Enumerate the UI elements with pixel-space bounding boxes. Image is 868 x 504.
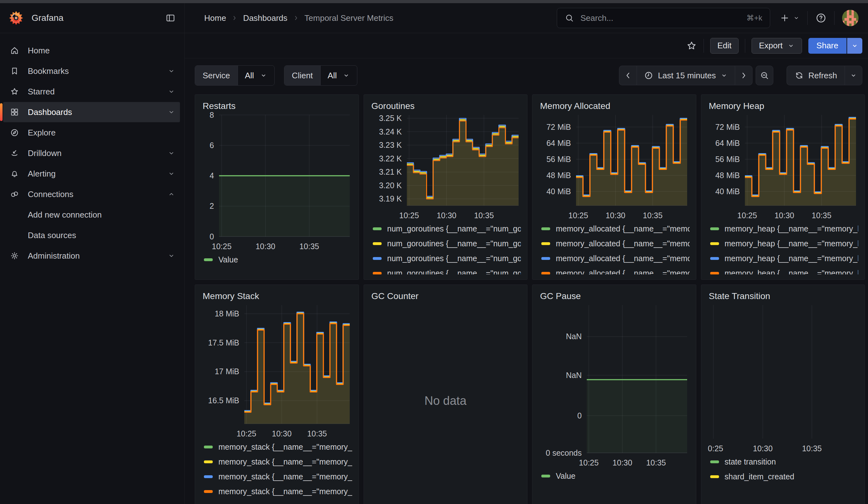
chart-memory_stack[interactable]: 18 MiB17.5 MiB17 MiB16.5 MiB10:2510:3010… — [202, 301, 352, 440]
panel-title-memory_stack[interactable]: Memory Stack — [203, 291, 352, 301]
zoom-out-button[interactable] — [756, 66, 773, 85]
panel-title-goroutines[interactable]: Goroutines — [372, 101, 521, 111]
window-chrome-strip — [0, 0, 868, 3]
legend-item[interactable]: memory_allocated {__name__="memo — [541, 266, 690, 275]
chevron-down-icon[interactable] — [167, 149, 175, 157]
sidebar-item-add-new-connection[interactable]: Add new connection — [3, 205, 180, 225]
sidebar-item-administration[interactable]: Administration — [3, 246, 180, 266]
legend-item[interactable]: num_goroutines {__name__="num_go — [373, 222, 521, 236]
svg-text:3.22 K: 3.22 K — [379, 154, 402, 163]
legend-item[interactable]: memory_heap {__name__="memory_h — [710, 236, 859, 251]
share-dropdown-button[interactable] — [847, 38, 862, 54]
chart-gc_pause[interactable]: NaNNaN00 seconds10:2510:3010:35 — [539, 301, 690, 469]
legend-item[interactable]: memory_allocated {__name__="memo — [541, 222, 690, 236]
legend-item[interactable]: Value — [204, 252, 352, 267]
client-filter[interactable]: Client All — [284, 65, 357, 85]
legend-item[interactable]: memory_heap {__name__="memory_h — [710, 266, 859, 275]
add-new-button[interactable] — [779, 13, 800, 23]
legend-item[interactable]: memory_allocated {__name__="memo — [541, 236, 690, 251]
legend-item[interactable]: num_goroutines {__name__="num_go — [373, 236, 521, 251]
sidebar-item-connections[interactable]: Connections — [3, 184, 180, 204]
time-forward-button[interactable] — [735, 66, 753, 85]
legend-item[interactable]: state transition — [710, 454, 859, 469]
panel-memory_heap: Memory Heap72 MiB64 MiB56 MiB48 MiB40 Mi… — [701, 94, 865, 280]
svg-text:10:25: 10:25 — [568, 211, 588, 220]
legend-item[interactable]: memory_allocated {__name__="memo — [541, 251, 690, 266]
svg-text:10:30: 10:30 — [436, 211, 456, 220]
sidebar-item-starred[interactable]: Starred — [3, 81, 180, 102]
user-avatar[interactable] — [842, 10, 859, 26]
chevron-down-icon[interactable] — [167, 252, 175, 260]
breadcrumb-dashboards[interactable]: Dashboards — [243, 13, 287, 23]
legend-item[interactable]: memory_heap {__name__="memory_h — [710, 222, 859, 236]
legend-item[interactable]: memory_stack {__name__="memory_s — [204, 484, 352, 499]
chart-memory_allocated[interactable]: 72 MiB64 MiB56 MiB48 MiB40 MiB10:2510:30… — [539, 111, 690, 222]
service-filter[interactable]: Service All — [195, 65, 275, 85]
time-range-picker[interactable]: Last 15 minutes — [637, 66, 735, 85]
client-filter-value[interactable]: All — [320, 66, 357, 85]
legend-item[interactable]: memory_heap {__name__="memory_h — [710, 251, 859, 266]
chart-goroutines[interactable]: 3.25 K3.24 K3.23 K3.22 K3.21 K3.20 K3.19… — [370, 111, 521, 222]
legend-item[interactable]: memory_stack {__name__="memory_s — [204, 454, 352, 469]
sidebar-item-label: Dashboards — [28, 107, 72, 117]
sidebar-item-data-sources[interactable]: Data sources — [3, 225, 180, 245]
refresh-interval-dropdown[interactable] — [845, 66, 862, 85]
sidebar-item-dashboards[interactable]: Dashboards — [3, 102, 180, 122]
service-filter-value[interactable]: All — [238, 66, 274, 85]
panel-title-state_transition[interactable]: State Transition — [709, 291, 859, 301]
search-box[interactable]: ⌘+k — [557, 8, 770, 28]
svg-text:3.24 K: 3.24 K — [379, 127, 402, 136]
legend-label: num_goroutines {__name__="num_go — [387, 239, 521, 248]
sidebar-item-label: Alerting — [28, 169, 55, 179]
legend-item[interactable]: memory_stack {__name__="memory_s — [204, 469, 352, 484]
chart-restarts[interactable]: 8642010:2510:3010:35 — [202, 111, 352, 252]
breadcrumb-home[interactable]: Home — [204, 13, 226, 23]
legend-color-green — [710, 227, 719, 230]
chevron-down-icon[interactable] — [167, 169, 175, 178]
panel-title-memory_heap[interactable]: Memory Heap — [709, 101, 859, 111]
search-input[interactable] — [580, 13, 746, 23]
chevron-down-icon[interactable] — [167, 108, 175, 116]
sidebar-item-alerting[interactable]: Alerting — [3, 164, 180, 184]
sidebar-toggle-icon[interactable] — [165, 13, 175, 23]
legend-item[interactable]: Value — [541, 469, 690, 483]
svg-text:10:25: 10:25 — [399, 211, 419, 220]
panel-title-memory_allocated[interactable]: Memory Allocated — [540, 101, 690, 111]
panel-title-restarts[interactable]: Restarts — [203, 101, 352, 111]
legend: Value — [202, 252, 352, 275]
sidebar-item-label: Data sources — [28, 230, 76, 240]
chevron-down-icon[interactable] — [167, 67, 175, 75]
svg-text:10:25: 10:25 — [236, 429, 256, 438]
sidebar-item-bookmarks[interactable]: Bookmarks — [3, 61, 180, 81]
share-button[interactable]: Share — [808, 38, 847, 54]
refresh-button[interactable]: Refresh — [787, 66, 845, 85]
grafana-logo-icon[interactable] — [9, 11, 23, 25]
legend: state transitionshard_item_created — [707, 454, 859, 500]
legend-item[interactable]: num_goroutines {__name__="num_go — [373, 251, 521, 266]
chevron-up-icon[interactable] — [167, 190, 175, 198]
help-icon[interactable] — [815, 12, 827, 24]
legend-item[interactable]: memory_stack {__name__="memory_s — [204, 440, 352, 454]
legend-label: state transition — [725, 457, 776, 466]
chevron-down-icon[interactable] — [167, 88, 175, 96]
chart-memory_heap[interactable]: 72 MiB64 MiB56 MiB48 MiB40 MiB10:2510:30… — [707, 111, 859, 222]
legend-item[interactable]: num_goroutines {__name__="num_go — [373, 266, 521, 275]
panel-gc_counter: GC CounterNo data — [364, 285, 528, 504]
legend-color-yellow — [710, 242, 719, 245]
edit-button[interactable]: Edit — [710, 38, 739, 54]
export-button[interactable]: Export — [752, 38, 802, 54]
panel-title-gc_pause[interactable]: GC Pause — [540, 291, 690, 301]
legend-label: num_goroutines {__name__="num_go — [387, 254, 521, 263]
legend-item[interactable]: shard_item_created — [710, 469, 859, 484]
time-back-button[interactable] — [619, 66, 637, 85]
favorite-star-icon[interactable] — [686, 40, 697, 51]
sidebar-item-explore[interactable]: Explore — [3, 123, 180, 143]
sidebar-item-home[interactable]: Home — [3, 40, 180, 61]
panel-title-gc_counter[interactable]: GC Counter — [372, 291, 521, 301]
legend-label: Value — [218, 255, 238, 264]
chart-state_transition[interactable]: 10:2510:3010:35 — [707, 301, 859, 454]
sidebar-item-drilldown[interactable]: Drilldown — [3, 143, 180, 163]
legend-label: memory_allocated {__name__="memo — [556, 269, 690, 275]
dashboard-grid: Restarts8642010:2510:3010:35ValueGorouti… — [195, 94, 865, 504]
legend-label: memory_stack {__name__="memory_s — [218, 487, 352, 496]
